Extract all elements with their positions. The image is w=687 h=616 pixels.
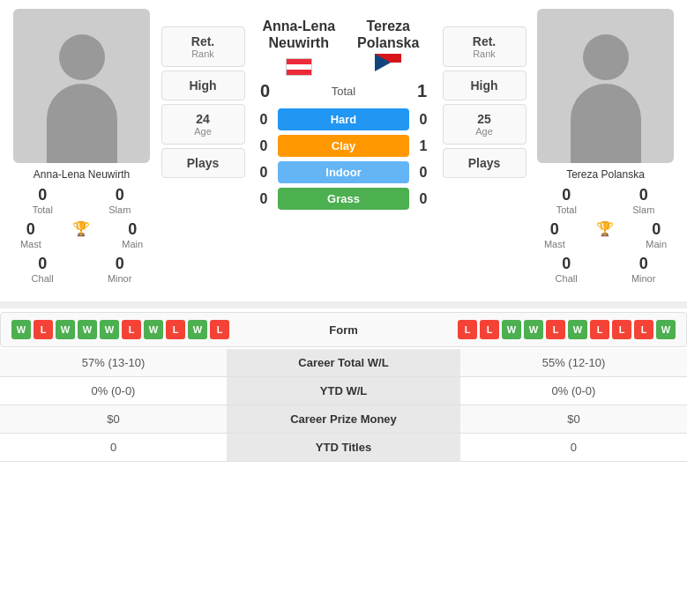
right-age-box: 25 Age xyxy=(443,104,526,145)
left-player-card: Anna-Lena Neuwirth 0 Total 0 Slam 0 Mas xyxy=(4,9,159,289)
right-player-name: Tereza Polanska xyxy=(566,168,645,181)
form-badge-w: W xyxy=(78,320,97,339)
left-stat-mast: 0 Mast xyxy=(20,220,41,249)
career-stat-label: Career Total W/L xyxy=(227,349,460,377)
career-stats-table: 57% (13-10)Career Total W/L55% (12-10)0%… xyxy=(0,349,687,462)
form-section: WLWWWLWLWL Form LLWWLWLLLW xyxy=(0,312,687,347)
left-player-name: Anna-Lena Neuwirth xyxy=(34,168,130,181)
career-stat-row: 57% (13-10)Career Total W/L55% (12-10) xyxy=(0,349,687,377)
form-badge-w: W xyxy=(56,320,75,339)
avatar-body xyxy=(47,84,117,163)
left-age-box: 24 Age xyxy=(161,104,245,145)
right-stat-row-2: 0 Mast 🏆 0 Main xyxy=(528,220,683,249)
career-stat-left: 0 xyxy=(0,434,227,462)
name-row: Anna-Lena Neuwirth Tereza Polanska xyxy=(254,18,433,76)
right-stat-mast: 0 Mast xyxy=(544,220,565,249)
form-badge-w: W xyxy=(188,320,207,339)
center-scores: Anna-Lena Neuwirth Tereza Polanska xyxy=(247,9,440,214)
left-plays-box: Plays xyxy=(161,148,245,178)
right-trophy-icon: 🏆 xyxy=(596,220,614,249)
right-stat-main: 0 Main xyxy=(646,220,667,249)
left-stat-row-1: 0 Total 0 Slam xyxy=(4,186,159,215)
career-stat-label: Career Prize Money xyxy=(227,405,460,434)
right-high-box: High xyxy=(443,71,526,100)
right-stat-slam: 0 Slam xyxy=(632,186,654,215)
form-badge-l: L xyxy=(458,320,477,339)
career-stat-label: YTD W/L xyxy=(227,377,460,405)
surface-row-clay: 0Clay1 xyxy=(254,135,433,157)
avatar-body-right xyxy=(571,84,641,163)
career-stat-right: 0% (0-0) xyxy=(460,377,687,405)
form-badge-l: L xyxy=(612,320,631,339)
right-stat-minor: 0 Minor xyxy=(631,255,656,284)
career-stat-row: 0% (0-0)YTD W/L0% (0-0) xyxy=(0,377,687,405)
form-badge-l: L xyxy=(634,320,653,339)
left-rank-box: Ret. Rank xyxy=(161,26,245,67)
total-score-row: 0 Total 1 xyxy=(254,81,433,101)
surface-badge-grass[interactable]: Grass xyxy=(278,188,409,210)
surface-badge-clay[interactable]: Clay xyxy=(278,135,409,157)
career-stat-left: $0 xyxy=(0,405,227,434)
form-badge-l: L xyxy=(166,320,185,339)
left-stat-total: 0 Total xyxy=(33,186,53,215)
form-badge-l: L xyxy=(210,320,229,339)
career-stat-row: $0Career Prize Money$0 xyxy=(0,405,687,434)
form-badge-w: W xyxy=(144,320,163,339)
left-stat-slam: 0 Slam xyxy=(108,186,131,215)
left-stat-main: 0 Main xyxy=(122,220,143,249)
surface-row-grass: 0Grass0 xyxy=(254,188,433,210)
top-section: Anna-Lena Neuwirth 0 Total 0 Slam 0 Mas xyxy=(0,0,687,298)
left-stat-row-3: 0 Chall 0 Minor xyxy=(4,255,159,284)
right-plays-box: Plays xyxy=(443,148,526,178)
avatar-head xyxy=(59,34,105,80)
right-stat-chall: 0 Chall xyxy=(556,255,578,284)
surface-badge-hard[interactable]: Hard xyxy=(278,108,409,130)
right-player-card: Tereza Polanska 0 Total 0 Slam 0 Mast xyxy=(528,9,683,289)
career-stat-left: 57% (13-10) xyxy=(0,349,227,377)
form-badge-w: W xyxy=(11,320,31,339)
form-badge-l: L xyxy=(590,320,609,339)
right-side-panels: Ret. Rank High 25 Age Plays xyxy=(440,9,528,178)
career-stat-left: 0% (0-0) xyxy=(0,377,227,405)
surface-rows: 0Hard00Clay10Indoor00Grass0 xyxy=(254,108,433,214)
form-badge-l: L xyxy=(546,320,565,339)
right-flag xyxy=(344,54,434,74)
left-player-avatar xyxy=(13,9,150,163)
form-badge-w: W xyxy=(524,320,543,339)
career-stat-right: 55% (12-10) xyxy=(460,349,687,377)
form-label: Form xyxy=(309,323,379,337)
career-stat-right: $0 xyxy=(460,405,687,434)
left-high-box: High xyxy=(161,71,245,100)
form-badge-w: W xyxy=(100,320,119,339)
form-badge-l: L xyxy=(34,320,53,339)
left-stat-chall: 0 Chall xyxy=(32,255,54,284)
right-stat-row-3: 0 Chall 0 Minor xyxy=(528,255,683,284)
right-stat-row-1: 0 Total 0 Slam xyxy=(528,186,683,215)
right-name-header: Tereza Polanska xyxy=(344,18,434,76)
left-flag xyxy=(254,54,344,76)
avatar-head-right xyxy=(583,34,629,80)
form-badge-w: W xyxy=(656,320,676,339)
left-stat-minor: 0 Minor xyxy=(108,255,132,284)
right-form-badges: LLWWLWLLLW xyxy=(458,320,676,339)
right-player-avatar xyxy=(537,9,674,163)
right-stat-total: 0 Total xyxy=(556,186,577,215)
surface-row-indoor: 0Indoor0 xyxy=(254,161,433,183)
form-badge-w: W xyxy=(568,320,587,339)
right-rank-box: Ret. Rank xyxy=(443,26,526,67)
left-side-panels: Ret. Rank High 24 Age Plays xyxy=(159,9,247,178)
surface-badge-indoor[interactable]: Indoor xyxy=(278,161,409,183)
left-form-badges: WLWWWLWLWL xyxy=(11,320,229,339)
form-badge-w: W xyxy=(502,320,521,339)
app-container: Anna-Lena Neuwirth 0 Total 0 Slam 0 Mas xyxy=(0,0,687,462)
surface-row-hard: 0Hard0 xyxy=(254,108,433,130)
right-player-stats: 0 Total 0 Slam 0 Mast 🏆 xyxy=(528,186,683,289)
career-stat-label: YTD Titles xyxy=(227,434,460,462)
left-player-stats: 0 Total 0 Slam 0 Mast 🏆 xyxy=(4,186,159,289)
left-trophy-icon: 🏆 xyxy=(72,220,90,249)
section-divider xyxy=(0,301,687,308)
form-badge-l: L xyxy=(122,320,141,339)
career-stat-row: 0YTD Titles0 xyxy=(0,434,687,462)
form-badge-l: L xyxy=(480,320,499,339)
career-stat-right: 0 xyxy=(460,434,687,462)
